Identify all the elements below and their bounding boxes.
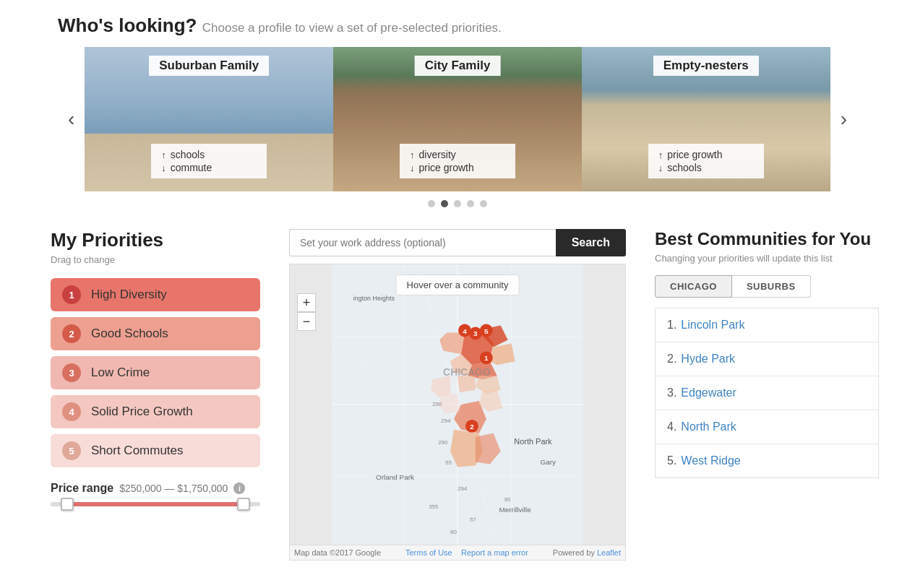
carousel-dot-0[interactable]	[428, 200, 435, 207]
map-report-link[interactable]: Report a map error	[461, 548, 528, 557]
priority-badge-5: 5	[62, 441, 81, 460]
svg-text:90: 90	[504, 496, 511, 503]
priority-item-1[interactable]: 1 High Diversity	[51, 278, 260, 311]
priority-label-5: Short Commutes	[91, 444, 184, 458]
communities-panel: Best Communities for You Changing your p…	[640, 229, 886, 478]
community-rank-5: 5.	[667, 454, 676, 467]
tab-chicago[interactable]: CHICAGO	[655, 275, 732, 298]
svg-text:Gary: Gary	[540, 458, 556, 466]
carousel-question: Who's looking?	[58, 14, 197, 36]
community-item-1: 1. Lincoln Park	[656, 308, 878, 342]
priority-item-2[interactable]: 2 Good Schools	[51, 317, 260, 350]
communities-tabs: CHICAGO SUBURBS	[655, 275, 879, 298]
carousel-item-label-2: Empty-nesters	[653, 56, 759, 76]
slider-thumb-right[interactable]	[237, 498, 250, 511]
map-container[interactable]: Evanston ington Heights CHICAGO Orland P…	[289, 264, 626, 545]
tag-label-1-0: diversity	[419, 149, 456, 160]
svg-text:80: 80	[450, 529, 457, 535]
price-range-label: Price range $250,000 — $1,750,000 i	[51, 482, 260, 495]
community-rank-3: 3.	[667, 386, 676, 399]
community-link-3[interactable]: Edgewater	[681, 386, 736, 399]
priority-item-4[interactable]: 4 Solid Price Growth	[51, 395, 260, 428]
price-range-section: Price range $250,000 — $1,750,000 i	[51, 482, 260, 506]
svg-text:ington Heights: ington Heights	[353, 295, 395, 302]
priority-item-3[interactable]: 3 Low Crime	[51, 356, 260, 389]
carousel-tag-0-1: ↓ commute	[161, 161, 257, 174]
slider-thumb-left[interactable]	[61, 498, 74, 511]
carousel-next-button[interactable]: ›	[830, 108, 857, 131]
carousel-item-2[interactable]: Empty-nesters ↑ price growth ↓ schools	[582, 47, 830, 191]
carousel-item-tags-1: ↑ diversity ↓ price growth	[400, 144, 515, 178]
svg-text:355: 355	[429, 503, 439, 510]
tag-label-0-0: schools	[171, 149, 205, 160]
carousel-item-label-1: City Family	[415, 56, 501, 76]
tag-label-0-1: commute	[171, 162, 212, 173]
svg-text:290: 290	[438, 439, 448, 446]
communities-title: Best Communities for You	[655, 229, 879, 250]
community-item-2: 2. Hyde Park	[656, 342, 878, 376]
carousel-images: Suburban Family ↑ schools ↓ commute City…	[85, 47, 830, 191]
map-zoom-out-button[interactable]: −	[297, 312, 316, 331]
svg-text:57: 57	[470, 516, 476, 523]
community-link-1[interactable]: Lincoln Park	[681, 319, 744, 332]
map-footer: Map data ©2017 Google Terms of Use Repor…	[289, 545, 626, 561]
map-powered-by: Powered by Leaflet	[553, 548, 621, 557]
carousel-header: Who's looking? Choose a profile to view …	[58, 14, 857, 37]
carousel-prev-button[interactable]: ‹	[58, 108, 85, 131]
carousel-item-0[interactable]: Suburban Family ↑ schools ↓ commute	[85, 47, 333, 191]
main-content: My Priorities Drag to change 1 High Dive…	[0, 229, 915, 588]
svg-text:294: 294	[458, 485, 468, 492]
tag-label-1-1: price growth	[419, 162, 474, 173]
search-input[interactable]	[289, 229, 556, 256]
price-range-title: Price range	[51, 482, 113, 495]
carousel-subtitle: Choose a profile to view a set of pre-se…	[202, 21, 502, 35]
carousel-tag-1-0: ↑ diversity	[410, 148, 505, 161]
search-bar: Search	[289, 229, 626, 256]
price-range-slider[interactable]	[51, 502, 260, 506]
carousel-dot-3[interactable]	[467, 200, 474, 207]
community-item-4: 4. North Park	[656, 410, 878, 444]
arrow-up-icon-2-0: ↑	[658, 150, 663, 160]
community-link-4[interactable]: North Park	[681, 420, 736, 433]
carousel-dot-2[interactable]	[454, 200, 461, 207]
svg-text:2: 2	[470, 423, 474, 431]
priority-item-5[interactable]: 5 Short Commutes	[51, 434, 260, 467]
community-link-5[interactable]: West Ridge	[681, 454, 740, 467]
tab-suburbs[interactable]: SUBURBS	[732, 275, 811, 298]
svg-text:55: 55	[445, 459, 452, 466]
carousel-item-label-0: Suburban Family	[149, 56, 269, 76]
carousel-dots	[58, 200, 857, 207]
carousel-tag-0-0: ↑ schools	[161, 148, 257, 161]
svg-text:North Park: North Park	[514, 437, 552, 446]
carousel-dot-4[interactable]	[480, 200, 487, 207]
carousel-item-1[interactable]: City Family ↑ diversity ↓ price growth	[333, 47, 582, 191]
map-panel: Search	[275, 229, 640, 561]
carousel-section: Who's looking? Choose a profile to view …	[0, 0, 915, 229]
map-terms-link[interactable]: Terms of Use	[405, 548, 452, 557]
svg-text:294: 294	[441, 418, 451, 424]
tag-label-2-0: price growth	[667, 149, 722, 160]
carousel-tag-2-1: ↓ schools	[658, 161, 754, 174]
arrow-up-icon-1-0: ↑	[410, 150, 415, 160]
svg-text:Orland Park: Orland Park	[376, 473, 414, 481]
priority-badge-4: 4	[62, 402, 81, 421]
search-button[interactable]: Search	[556, 229, 626, 256]
community-rank-1: 1.	[667, 319, 676, 332]
priority-list: 1 High Diversity 2 Good Schools 3 Low Cr…	[51, 278, 260, 467]
tag-label-2-1: schools	[667, 162, 701, 173]
priority-label-1: High Diversity	[91, 287, 167, 302]
priority-label-3: Low Crime	[91, 366, 150, 380]
map-zoom-in-button[interactable]: +	[297, 293, 316, 312]
svg-text:Merrillville: Merrillville	[499, 506, 532, 514]
svg-text:3: 3	[473, 329, 478, 337]
leaflet-link[interactable]: Leaflet	[597, 548, 621, 557]
svg-text:5: 5	[484, 327, 489, 335]
carousel-tag-2-0: ↑ price growth	[658, 148, 754, 161]
carousel-dot-1[interactable]	[441, 200, 448, 207]
svg-text:1: 1	[484, 354, 489, 362]
info-icon[interactable]: i	[233, 483, 245, 494]
price-range-value: $250,000 — $1,750,000	[119, 483, 228, 494]
priority-badge-1: 1	[62, 285, 81, 304]
community-item-3: 3. Edgewater	[656, 376, 878, 410]
community-link-2[interactable]: Hyde Park	[681, 353, 735, 366]
